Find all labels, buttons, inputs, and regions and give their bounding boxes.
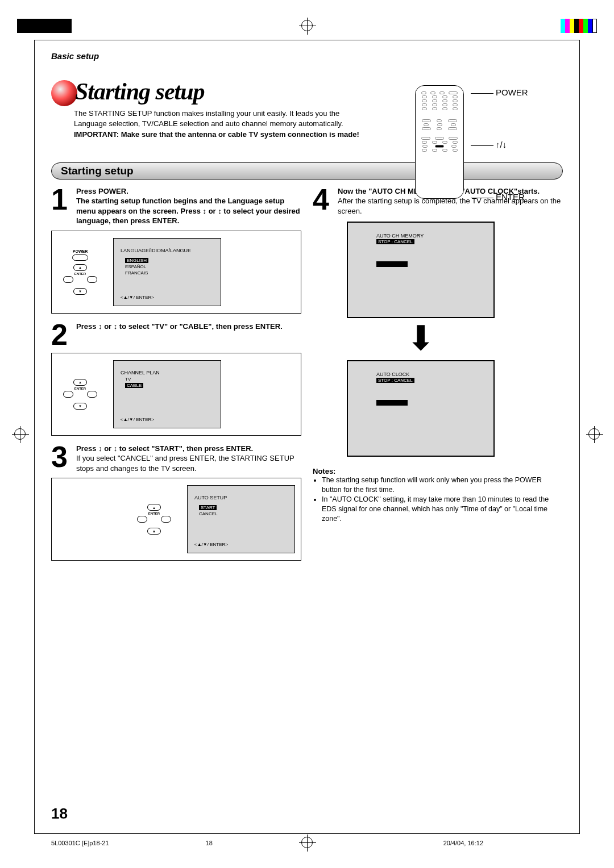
notes-title: Notes: xyxy=(313,467,563,475)
registration-mark-icon xyxy=(588,428,600,440)
screen-auto-clock: AUTO CLOCK STOP : CANCEL xyxy=(347,360,495,457)
step-number: 3 xyxy=(51,444,72,474)
footer-file: 5L00301C [E]p18-21 xyxy=(51,840,109,846)
step-2: 2 Press ↕ or ↕ to select "TV" or "CABLE"… xyxy=(51,322,301,348)
footer-page: 18 xyxy=(206,840,213,846)
remote-control-icon xyxy=(415,85,464,199)
registration-mark-icon xyxy=(14,428,26,440)
intro-block: The STARTING SETUP function makes instal… xyxy=(74,108,370,140)
remote-enter-label: ENTER xyxy=(471,192,528,202)
decorative-sphere-icon xyxy=(51,80,77,106)
mini-remote-icon: POWER ENTER xyxy=(57,249,103,295)
screen-language: LANGUAGE/IDIOMA/LANGUE ENGLISH ESPAÑOL F… xyxy=(113,238,221,306)
step-3: 3 Press ↕ or ↕ to select "START", then p… xyxy=(51,444,301,474)
notes-section: Notes: The starting setup function will … xyxy=(313,467,563,523)
page-number: 18 xyxy=(51,805,68,823)
down-arrow-icon: ⬇ xyxy=(347,318,495,358)
step-3-text: Press ↕ or ↕ to select "START", then pre… xyxy=(76,444,301,454)
screen-auto-setup: AUTO SETUP START CANCEL <▲/▼/ ENTER> xyxy=(187,485,295,553)
progress-bar-icon xyxy=(376,400,408,406)
footer-metadata: 5L00301C [E]p18-21 18 20/4/04, 16:12 xyxy=(51,840,563,846)
note-2: In "AUTO CLOCK" setting, it may take mor… xyxy=(322,495,563,524)
figure-2: ENTER CHANNEL PLAN TV CABLE <▲/▼/ ENTER> xyxy=(51,353,301,436)
section-heading-text: Starting setup xyxy=(61,165,134,177)
figure-3: ENTER AUTO SETUP START CANCEL <▲/▼/ ENTE… xyxy=(51,478,301,561)
remote-labels: POWER ↑/↓ ENTER xyxy=(471,87,528,202)
screen-auto-ch-memory: AUTO CH MEMORY STOP : CANCEL xyxy=(347,222,495,318)
step-1: 1 Press POWER. The starting setup functi… xyxy=(51,186,301,226)
step-number: 4 xyxy=(313,186,333,216)
step-number: 2 xyxy=(51,322,72,348)
left-column: 1 Press POWER. The starting setup functi… xyxy=(51,186,301,569)
note-1: The starting setup function will work on… xyxy=(322,475,563,495)
screen-channel-plan: CHANNEL PLAN TV CABLE <▲/▼/ ENTER> xyxy=(113,360,221,428)
step-1-line2: The starting setup function begins and t… xyxy=(76,196,301,226)
mini-remote-icon: ENTER xyxy=(57,379,103,410)
remote-power-label: POWER xyxy=(471,87,528,97)
section-label: Basic setup xyxy=(51,51,563,61)
intro-important: IMPORTANT: Make sure that the antenna or… xyxy=(74,130,370,140)
right-column: 4 Now the "AUTO CH MEMORY" and "AUTO CLO… xyxy=(313,186,563,569)
registration-mark-icon xyxy=(301,20,313,31)
step-2-text: Press ↕ or ↕ to select "TV" or "CABLE", … xyxy=(76,322,283,332)
page-title-text: Starting setup xyxy=(75,78,205,105)
step-number: 1 xyxy=(51,186,72,226)
mini-remote-icon: ENTER xyxy=(131,504,177,535)
intro-p1: The STARTING SETUP function makes instal… xyxy=(74,108,370,128)
footer-date: 20/4/04, 16:12 xyxy=(443,840,483,846)
figure-1: POWER ENTER LANGUAGE/IDIOMA/LANGUE ENGLI… xyxy=(51,231,301,314)
progress-bar-icon xyxy=(376,261,408,267)
step-1-line1: Press POWER. xyxy=(76,186,301,197)
step-3-body: If you select "CANCEL" and press ENTER, … xyxy=(76,453,301,473)
remote-illustration: POWER ↑/↓ ENTER xyxy=(415,85,563,202)
remote-arrows-label: ↑/↓ xyxy=(471,140,528,149)
